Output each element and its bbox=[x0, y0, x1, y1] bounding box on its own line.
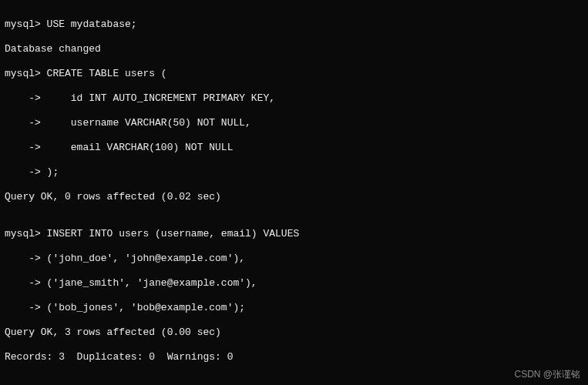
cmd-create-2: -> id INT AUTO_INCREMENT PRIMARY KEY, bbox=[5, 92, 583, 105]
cmd-create-1: mysql> CREATE TABLE users ( bbox=[5, 68, 583, 80]
cmd-create-3: -> username VARCHAR(50) NOT NULL, bbox=[5, 117, 583, 129]
cmd-create-5: -> ); bbox=[5, 166, 583, 179]
mysql-terminal[interactable]: mysql> USE mydatabase; Database changed … bbox=[0, 0, 588, 385]
cmd-use: mysql> USE mydatabase; bbox=[5, 18, 583, 31]
out-create-ok: Query OK, 0 rows affected (0.02 sec) bbox=[5, 191, 583, 203]
cmd-create-4: -> email VARCHAR(100) NOT NULL bbox=[5, 142, 583, 154]
cmd-insert-1: mysql> INSERT INTO users (username, emai… bbox=[5, 228, 583, 240]
out-dbchanged: Database changed bbox=[5, 43, 583, 55]
cmd-insert-4: -> ('bob_jones', 'bob@example.com'); bbox=[5, 302, 583, 314]
out-insert-stats: Records: 3 Duplicates: 0 Warnings: 0 bbox=[5, 351, 583, 363]
out-insert-ok: Query OK, 3 rows affected (0.00 sec) bbox=[5, 326, 583, 339]
cmd-insert-2: -> ('john_doe', 'john@example.com'), bbox=[5, 253, 583, 265]
cmd-insert-3: -> ('jane_smith', 'jane@example.com'), bbox=[5, 277, 583, 290]
watermark: CSDN @张谨铭 bbox=[514, 368, 580, 380]
